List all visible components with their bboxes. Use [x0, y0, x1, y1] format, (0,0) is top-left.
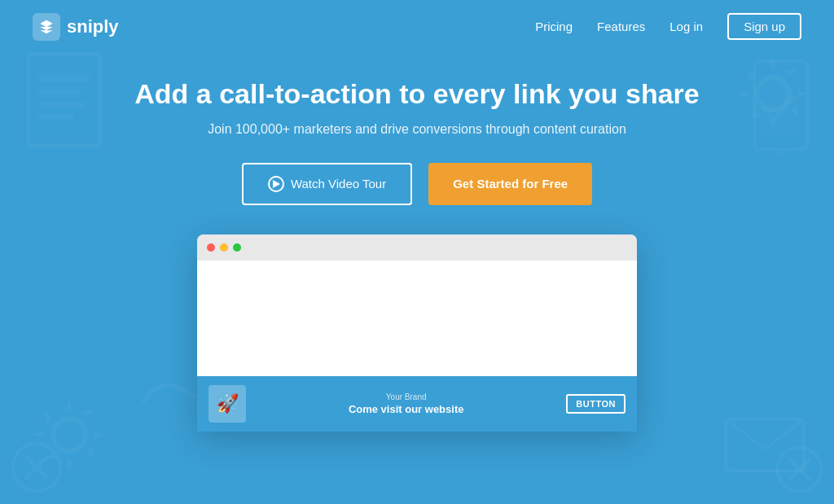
get-started-label: Get Started for Free	[453, 177, 568, 191]
svg-line-12	[25, 456, 48, 479]
sniply-logo-svg	[38, 19, 55, 35]
play-icon	[268, 176, 284, 192]
svg-marker-25	[41, 27, 51, 29]
logo-icon	[33, 13, 60, 41]
get-started-button[interactable]: Get Started for Free	[428, 163, 592, 205]
browser-dot-yellow	[220, 243, 228, 252]
cta-message: Come visit our website	[257, 403, 555, 415]
browser-bar	[197, 234, 637, 261]
logo-text: sniply	[67, 16, 119, 37]
cta-brand: Your Brand	[257, 392, 555, 401]
browser-mockup: 🚀 Your Brand Come visit our website BUTT…	[197, 234, 637, 432]
hero-buttons: Watch Video Tour Get Started for Free	[16, 163, 818, 205]
cta-bar: 🚀 Your Brand Come visit our website BUTT…	[197, 376, 637, 432]
svg-point-21	[777, 447, 821, 491]
hero-section: Add a call-to-action to every link you s…	[0, 53, 834, 432]
svg-line-11	[25, 456, 48, 479]
svg-line-23	[789, 459, 810, 480]
browser-dot-red	[207, 243, 215, 252]
cta-cta-button[interactable]: BUTTON	[566, 394, 626, 414]
browser-content: 🚀 Your Brand Come visit our website BUTT…	[197, 261, 637, 432]
cta-logo-box: 🚀	[208, 385, 246, 423]
nav-links: Pricing Features Log in Sign up	[535, 20, 801, 34]
watch-video-button[interactable]: Watch Video Tour	[242, 163, 412, 205]
nav-login[interactable]: Log in	[669, 20, 703, 33]
svg-line-22	[789, 459, 810, 480]
hero-title: Add a call-to-action to every link you s…	[16, 77, 818, 111]
rocket-icon: 🚀	[217, 393, 239, 414]
logo[interactable]: sniply	[33, 13, 119, 41]
nav-features[interactable]: Features	[597, 20, 645, 33]
hero-subtitle: Join 100,000+ marketers and drive conver…	[16, 122, 818, 137]
cta-text-block: Your Brand Come visit our website	[257, 392, 555, 415]
navbar: sniply Pricing Features Log in Sign up	[0, 0, 834, 53]
svg-point-10	[13, 444, 60, 491]
browser-dot-green	[233, 243, 241, 252]
watch-video-label: Watch Video Tour	[291, 177, 386, 191]
nav-pricing[interactable]: Pricing	[535, 20, 573, 33]
nav-signup[interactable]: Sign up	[727, 13, 801, 40]
